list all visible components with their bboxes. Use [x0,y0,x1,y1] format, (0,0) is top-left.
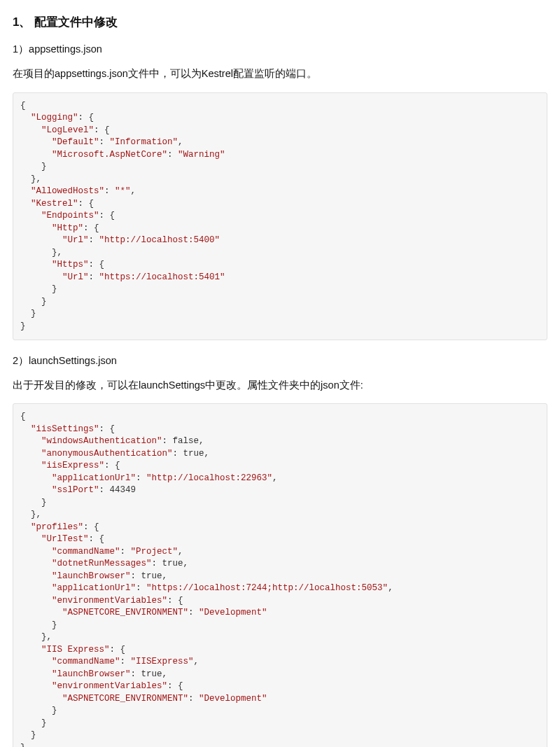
subsection-1-label: 1）appsettings.json [13,41,547,57]
code-block-launchsettings: { "iisSettings": { "windowsAuthenticatio… [13,403,547,747]
subsection-1-desc: 在项目的appsettings.json文件中，可以为Kestrel配置监听的端… [13,66,547,82]
code-block-appsettings: { "Logging": { "LogLevel": { "Default": … [13,92,547,341]
subsection-2-label: 2）launchSettings.json [13,353,547,369]
section-title: 1、 配置文件中修改 [13,13,547,32]
subsection-2-desc: 出于开发目的修改，可以在launchSettings中更改。属性文件夹中的jso… [13,377,547,393]
